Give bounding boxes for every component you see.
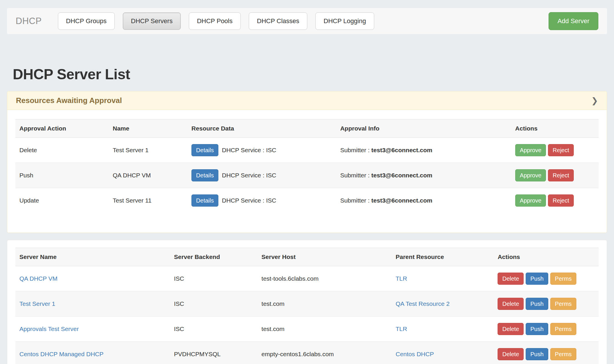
delete-button[interactable]: Delete bbox=[498, 273, 524, 285]
perms-button[interactable]: Perms bbox=[550, 348, 576, 360]
col-approval-action: Approval Action bbox=[15, 120, 109, 138]
tab-dhcp-logging[interactable]: DHCP Logging bbox=[315, 12, 374, 30]
delete-button[interactable]: Delete bbox=[498, 348, 524, 360]
parent-resource-cell: QA Test Resource 2 bbox=[392, 291, 494, 317]
col-server-backend: Server Backend bbox=[170, 248, 257, 266]
approval-row: Update Test Server 11 DetailsDHCP Servic… bbox=[15, 188, 599, 213]
approvals-panel-body: Approval Action Name Resource Data Appro… bbox=[7, 110, 607, 233]
servers-panel: Server Name Server Backend Server Host P… bbox=[7, 240, 607, 364]
approve-button[interactable]: Approve bbox=[515, 144, 546, 156]
server-row: Centos DHCP Managed DHCP PVDHCPMYSQL emp… bbox=[15, 342, 599, 364]
submitter-label: Submitter : bbox=[340, 197, 370, 204]
approvals-panel-title: Resources Awaiting Approval bbox=[16, 96, 122, 105]
approval-info-cell: Submitter : test3@6connect.com bbox=[336, 188, 511, 213]
server-host-cell: test-tools.6clabs.com bbox=[257, 266, 392, 291]
server-name-link[interactable]: Approvals Test Server bbox=[19, 326, 79, 332]
server-name-cell: Centos DHCP Managed DHCP bbox=[15, 342, 170, 364]
push-button[interactable]: Push bbox=[526, 323, 548, 335]
approval-row: Delete Test Server 1 DetailsDHCP Service… bbox=[15, 138, 599, 163]
push-button[interactable]: Push bbox=[526, 298, 548, 310]
resource-data-cell: DetailsDHCP Service : ISC bbox=[187, 163, 336, 188]
approvals-panel-header[interactable]: Resources Awaiting Approval ❯ bbox=[7, 91, 607, 110]
push-button[interactable]: Push bbox=[526, 273, 548, 285]
perms-button[interactable]: Perms bbox=[550, 298, 576, 310]
server-name-link[interactable]: Centos DHCP Managed DHCP bbox=[19, 351, 103, 357]
delete-button[interactable]: Delete bbox=[498, 298, 524, 310]
reject-button[interactable]: Reject bbox=[548, 169, 574, 181]
reject-button[interactable]: Reject bbox=[548, 144, 574, 156]
resource-data-text: DHCP Service : ISC bbox=[222, 147, 276, 153]
submitter-email: test3@6connect.com bbox=[371, 147, 432, 153]
approval-action-cell: Push bbox=[15, 163, 109, 188]
approval-action-cell: Update bbox=[15, 188, 109, 213]
approve-button[interactable]: Approve bbox=[515, 194, 546, 207]
col-server-actions: Actions bbox=[494, 248, 599, 266]
submitter-email: test3@6connect.com bbox=[371, 197, 432, 204]
tab-dhcp-classes[interactable]: DHCP Classes bbox=[249, 12, 307, 30]
approval-info-cell: Submitter : test3@6connect.com bbox=[336, 138, 511, 163]
tab-dhcp-groups[interactable]: DHCP Groups bbox=[58, 12, 115, 30]
server-backend-cell: ISC bbox=[170, 266, 257, 291]
server-backend-cell: ISC bbox=[170, 291, 257, 317]
servers-table-header-row: Server Name Server Backend Server Host P… bbox=[15, 248, 599, 266]
server-row: Approvals Test Server ISC test.com TLR D… bbox=[15, 317, 599, 342]
parent-resource-link[interactable]: TLR bbox=[396, 326, 407, 332]
approval-info-cell: Submitter : test3@6connect.com bbox=[336, 163, 511, 188]
server-actions-cell: DeletePushPerms bbox=[494, 266, 599, 291]
parent-resource-link[interactable]: Centos DHCP bbox=[396, 351, 434, 357]
details-button[interactable]: Details bbox=[191, 144, 218, 156]
delete-button[interactable]: Delete bbox=[498, 323, 524, 335]
server-host-cell: test.com bbox=[257, 317, 392, 342]
approval-name-cell: Test Server 1 bbox=[109, 138, 187, 163]
resource-data-text: DHCP Service : ISC bbox=[222, 172, 276, 179]
servers-table: Server Name Server Backend Server Host P… bbox=[15, 248, 599, 364]
approvals-table: Approval Action Name Resource Data Appro… bbox=[15, 119, 599, 213]
approval-row: Push QA DHCP VM DetailsDHCP Service : IS… bbox=[15, 163, 599, 188]
page-title: DHCP Server List bbox=[13, 67, 607, 82]
approve-button[interactable]: Approve bbox=[515, 169, 546, 181]
parent-resource-cell: Centos DHCP bbox=[392, 342, 494, 364]
col-server-name: Server Name bbox=[15, 248, 170, 266]
dhcp-brand: DHCP bbox=[16, 16, 42, 26]
push-button[interactable]: Push bbox=[526, 348, 548, 360]
server-backend-cell: PVDHCPMYSQL bbox=[170, 342, 257, 364]
perms-button[interactable]: Perms bbox=[550, 273, 576, 285]
tab-dhcp-pools[interactable]: DHCP Pools bbox=[189, 12, 241, 30]
add-server-button[interactable]: Add Server bbox=[549, 12, 598, 30]
server-row: QA DHCP VM ISC test-tools.6clabs.com TLR… bbox=[15, 266, 599, 291]
server-backend-cell: ISC bbox=[170, 317, 257, 342]
approvals-panel: Resources Awaiting Approval ❯ Approval A… bbox=[7, 91, 607, 233]
dhcp-toolbar: DHCP DHCP Groups DHCP Servers DHCP Pools… bbox=[7, 8, 607, 34]
approval-actions-cell: ApproveReject bbox=[511, 138, 599, 163]
chevron-right-icon[interactable]: ❯ bbox=[591, 97, 598, 105]
col-approval-info: Approval Info bbox=[336, 120, 511, 138]
approvals-table-header-row: Approval Action Name Resource Data Appro… bbox=[15, 120, 599, 138]
approval-name-cell: QA DHCP VM bbox=[109, 163, 187, 188]
server-name-cell: Test Server 1 bbox=[15, 291, 170, 317]
col-resource-data: Resource Data bbox=[187, 120, 336, 138]
details-button[interactable]: Details bbox=[191, 194, 218, 207]
server-name-link[interactable]: Test Server 1 bbox=[19, 300, 55, 307]
details-button[interactable]: Details bbox=[191, 169, 218, 181]
col-name: Name bbox=[109, 120, 187, 138]
server-name-cell: Approvals Test Server bbox=[15, 317, 170, 342]
resource-data-cell: DetailsDHCP Service : ISC bbox=[187, 138, 336, 163]
col-parent-resource: Parent Resource bbox=[392, 248, 494, 266]
server-actions-cell: DeletePushPerms bbox=[494, 342, 599, 364]
approval-name-cell: Test Server 11 bbox=[109, 188, 187, 213]
server-name-cell: QA DHCP VM bbox=[15, 266, 170, 291]
reject-button[interactable]: Reject bbox=[548, 194, 574, 207]
submitter-label: Submitter : bbox=[340, 147, 370, 153]
resource-data-text: DHCP Service : ISC bbox=[222, 197, 276, 204]
parent-resource-cell: TLR bbox=[392, 266, 494, 291]
perms-button[interactable]: Perms bbox=[550, 323, 576, 335]
submitter-label: Submitter : bbox=[340, 172, 370, 179]
col-actions: Actions bbox=[511, 120, 599, 138]
server-actions-cell: DeletePushPerms bbox=[494, 317, 599, 342]
col-server-host: Server Host bbox=[257, 248, 392, 266]
tab-dhcp-servers[interactable]: DHCP Servers bbox=[123, 12, 181, 30]
server-name-link[interactable]: QA DHCP VM bbox=[19, 275, 57, 282]
approval-actions-cell: ApproveReject bbox=[511, 163, 599, 188]
parent-resource-link[interactable]: QA Test Resource 2 bbox=[396, 300, 449, 307]
parent-resource-link[interactable]: TLR bbox=[396, 275, 407, 282]
